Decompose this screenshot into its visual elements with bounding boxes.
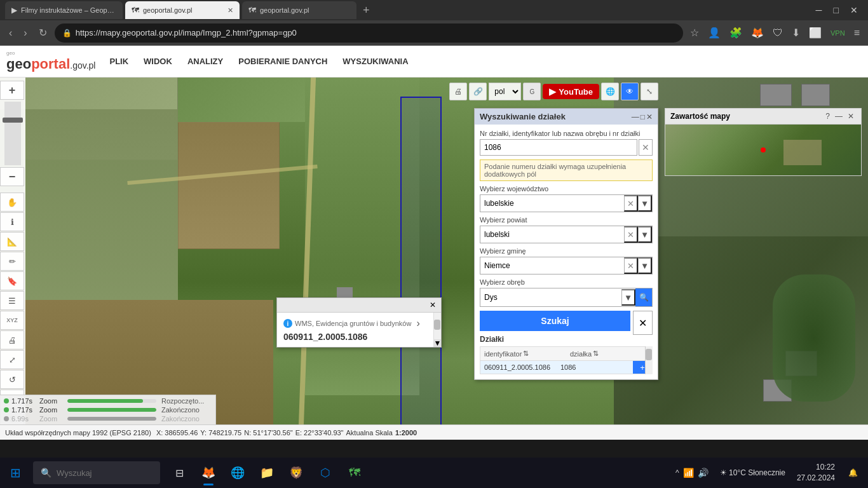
taskbar-browser-app[interactable]: 🦊 [194, 459, 222, 487]
taskbar-search[interactable]: 🔍 [33, 461, 160, 484]
language-select[interactable]: pol eng [489, 83, 521, 100]
popup-scrollbar[interactable]: ▼ [433, 313, 441, 347]
parcel-clear-button[interactable]: ✕ [639, 139, 653, 156]
voivodeship-dropdown-button[interactable]: ▼ [638, 195, 652, 212]
mini-map[interactable] [665, 125, 861, 175]
zoom-in-button[interactable]: + [0, 81, 24, 100]
layers-button[interactable]: ☰ [0, 291, 24, 310]
result-row[interactable]: 060911_2.0005.1086 1086 + [480, 361, 653, 374]
precinct-search-button[interactable]: 🔍 [635, 288, 652, 306]
taskview-button[interactable]: ⊟ [165, 459, 193, 487]
col-dzialka-label: działka [570, 350, 592, 358]
maximize-button[interactable]: □ [829, 4, 844, 17]
panel-restore-button[interactable]: — [833, 111, 844, 121]
zoom-out-button[interactable]: − [0, 167, 24, 186]
commune-clear-button[interactable]: ✕ [624, 257, 638, 274]
county-dropdown-button[interactable]: ▼ [638, 226, 652, 243]
parcel-number-input[interactable] [480, 139, 637, 156]
bookmark-tool[interactable]: 🔖 [0, 271, 24, 290]
taskbar-brave-app[interactable]: 🦁 [282, 459, 310, 487]
youtube-button[interactable]: ▶ YouTube [543, 84, 599, 99]
browser-tab-3[interactable]: 🗺 geoportal.gov.pl [242, 1, 356, 19]
taskbar-maps-app[interactable]: 🗺 [341, 459, 369, 487]
draw-button[interactable]: ✏ [0, 252, 24, 271]
bookmark-button[interactable]: ☆ [687, 25, 702, 41]
menu-button[interactable]: ≡ [851, 25, 863, 41]
browser-tab-1[interactable]: ▶ Filmy instruktażowe – Geoportal.gov... [5, 1, 123, 19]
clock[interactable]: 10:22 27.02.2024 [792, 462, 840, 484]
search-panel-minus-button[interactable]: — [632, 112, 639, 121]
download-button[interactable]: ⬇ [789, 25, 803, 41]
panel-help-button[interactable]: ? [824, 111, 832, 121]
precinct-label: Wybierz obręb [480, 278, 653, 286]
profile-button[interactable]: 👤 [705, 25, 724, 41]
map-container[interactable]: geo geoportal.gov.pl PLIK WIDOK ANALIZY … [0, 46, 868, 440]
eye-button[interactable]: 👁 [621, 83, 639, 100]
menu-wyszukiwania[interactable]: WYSZUKIWANIA [335, 48, 416, 75]
menu-plik[interactable]: PLIK [102, 48, 136, 75]
prog-type-2: Zoom [39, 406, 65, 414]
address-input[interactable]: https://mapy.geoportal.gov.pl/imap/Imgp_… [76, 28, 675, 37]
popup-scroll-down[interactable]: ▼ [434, 339, 441, 347]
taskbar-edge2-app[interactable]: ⬡ [311, 459, 339, 487]
taskbar-edge-app[interactable]: 🌐 [224, 459, 252, 487]
expand-button[interactable]: ⤡ [641, 83, 658, 100]
menu-analizy[interactable]: ANALIZY [180, 48, 231, 75]
commune-dropdown-button[interactable]: ▼ [638, 257, 652, 274]
print-map-button[interactable]: 🖨 [449, 83, 467, 100]
back-button[interactable]: ‹ [5, 26, 16, 40]
screenshot-button[interactable]: ⬜ [806, 25, 825, 41]
search-panel-restore-button[interactable]: □ [641, 112, 645, 121]
county-clear-button[interactable]: ✕ [624, 226, 638, 243]
firefox-button[interactable]: 🦊 [748, 25, 767, 41]
weather-widget[interactable]: ☀ 10°C Słonecznie [716, 468, 789, 477]
precinct-dropdown-button[interactable]: ▼ [621, 289, 635, 306]
fullscreen-button[interactable]: ⤢ [0, 350, 24, 369]
rotate-button[interactable]: ↺ [0, 370, 24, 389]
tray-chevron[interactable]: ^ [675, 468, 679, 477]
popup-content: i WMS, Ewidencja gruntów i budynków › 06… [277, 313, 433, 347]
folder-icon: 📁 [260, 466, 274, 480]
globe-button[interactable]: 🌐 [601, 83, 619, 100]
notifications-button[interactable]: 🔔 [843, 463, 863, 483]
measure-button[interactable]: 📐 [0, 232, 24, 251]
menu-pobieranie[interactable]: POBIERANIE DANYCH [231, 48, 335, 75]
col-dzialka[interactable]: działka ⇅ [566, 347, 652, 360]
tab-close-2[interactable]: ✕ [227, 6, 233, 15]
voivodeship-clear-button[interactable]: ✕ [624, 195, 638, 212]
print-button[interactable]: 🖨 [0, 330, 24, 349]
taskbar-search-input[interactable] [57, 468, 146, 478]
panel-close-button[interactable]: ✕ [846, 111, 856, 121]
pan-tool-button[interactable]: ✋ [0, 193, 24, 212]
search-button[interactable]: Szukaj [480, 311, 630, 331]
results-scrollbar[interactable] [645, 346, 653, 374]
xyz-button[interactable]: XYZ [0, 311, 24, 330]
reload-button[interactable]: ↻ [35, 25, 51, 40]
zoom-slider[interactable] [4, 102, 21, 165]
scrollbar-thumb [646, 349, 652, 360]
extensions-button[interactable]: 🧩 [726, 25, 745, 41]
minimize-button[interactable]: ─ [811, 4, 827, 17]
popup-close-button[interactable]: ✕ [430, 301, 436, 309]
status-e: E: 22°33'40.93" [295, 429, 344, 437]
results-label: Działki [480, 335, 653, 344]
geoportal-button[interactable]: G [523, 83, 541, 100]
identify-button[interactable]: ℹ [0, 212, 24, 231]
search-cancel-button[interactable]: ✕ [633, 311, 653, 335]
system-tray[interactable]: ^ 📶 🔊 [670, 468, 714, 478]
shield-button[interactable]: 🛡 [770, 25, 786, 41]
search-panel-close-button[interactable]: ✕ [646, 112, 653, 121]
new-tab-button[interactable]: + [359, 4, 374, 17]
taskbar-folder-app[interactable]: 📁 [253, 459, 281, 487]
close-button[interactable]: ✕ [845, 4, 863, 17]
popup-nav-right[interactable]: › [414, 316, 422, 330]
vpn-button[interactable]: VPN [827, 27, 848, 39]
share-button[interactable]: 🔗 [469, 83, 487, 100]
forward-button[interactable]: › [20, 26, 31, 40]
tab-label-1: Filmy instruktażowe – Geoportal.gov... [21, 6, 116, 14]
menu-widok[interactable]: WIDOK [136, 48, 180, 75]
logo-portal: portal [31, 56, 70, 72]
start-button[interactable]: ⊞ [0, 458, 31, 488]
browser-tab-2[interactable]: 🗺 geoportal.gov.pl ✕ [125, 1, 240, 19]
col-identyfikator[interactable]: identyfikator ⇅ [480, 347, 566, 360]
